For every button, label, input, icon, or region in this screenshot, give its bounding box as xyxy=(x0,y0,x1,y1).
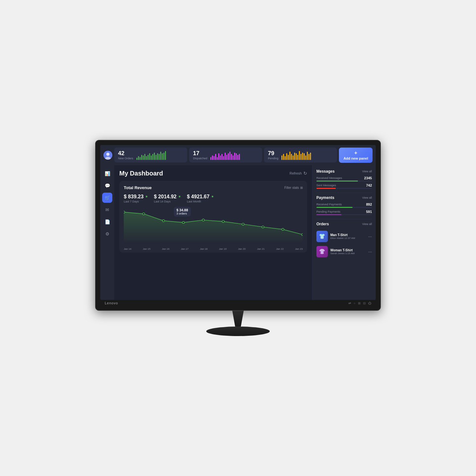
order-name-1: Woman T-Shirt xyxy=(330,248,366,252)
monitor-ctrl-2[interactable]: ○ xyxy=(354,301,355,305)
filter-icon: ⊞ xyxy=(300,186,303,189)
payments-items-item-0: Received Payments 892 xyxy=(316,202,372,208)
monitor-stand-base xyxy=(206,327,270,336)
bar-chart-icon[interactable]: 📊 xyxy=(102,169,112,179)
settings-icon[interactable]: ⚙ xyxy=(102,229,112,239)
payments-title: Payments xyxy=(316,195,334,200)
messages-view-all[interactable]: View all xyxy=(362,170,372,173)
svg-point-7 xyxy=(202,219,204,221)
chart-label-6: Jan 20 xyxy=(238,248,246,250)
messages-items-item-1: Sent Messages 742 xyxy=(316,183,372,189)
monitor-bezel: 42 New Orders 17 Dispatched 79 Pending +… xyxy=(95,140,381,311)
messages-stats: Received Messages 2345 Sent Messages 742 xyxy=(316,176,372,189)
dashboard-title: My Dashboard xyxy=(119,170,163,177)
main-panel: My Dashboard Refresh ↻ Total Revenue xyxy=(114,165,312,300)
add-panel-button[interactable]: + Add new panel xyxy=(339,148,373,163)
order-name-0: Man T-Shirt xyxy=(330,233,366,237)
tooltip-amount: $ 34.88 xyxy=(176,208,188,212)
revenue-title: Total Revenue xyxy=(124,185,152,190)
payments-section-header: Payments View all xyxy=(316,195,372,200)
orders-list: 👕 Man T-Shirt Elton Mallet 12:37 AM ··· … xyxy=(316,229,372,259)
chart-label-1: Jan 15 xyxy=(143,248,150,250)
revenue-stats: $ 839.23 • Last 7 Days $ 2014.92 • Last … xyxy=(124,193,303,203)
chart-label-5: Jan 19 xyxy=(219,248,227,250)
order-thumb-0: 👕 xyxy=(316,231,328,242)
monitor-ctrl-3[interactable]: ⊞ xyxy=(358,301,360,305)
chart-label-8: Jan 22 xyxy=(276,248,284,250)
top-bar: 42 New Orders 17 Dispatched 79 Pending +… xyxy=(100,145,376,165)
file-icon[interactable]: 📄 xyxy=(102,217,112,227)
main-area: 📊💬🛒✉📄⚙ My Dashboard Refresh ↻ xyxy=(100,165,376,300)
chart-label-0: Jan 14 xyxy=(124,248,131,250)
divider-2 xyxy=(316,219,372,219)
chart-label-3: Jan 17 xyxy=(181,248,188,250)
orders-section-header: Orders View all xyxy=(316,222,372,226)
monitor-brand: Lenovo xyxy=(105,301,118,305)
monitor-controls: ⇄ ○ ⊞ ⊟ ⏻ xyxy=(348,301,371,305)
order-item-1: 👚 Woman T-Shirt Sarah Jones 1:15 AM ··· xyxy=(316,244,372,259)
svg-point-3 xyxy=(124,211,125,213)
svg-point-4 xyxy=(142,213,145,215)
dashboard-header: My Dashboard Refresh ↻ xyxy=(119,170,307,177)
refresh-icon: ↻ xyxy=(303,171,307,176)
chart-tooltip: $ 34.88 3 orders xyxy=(174,207,191,216)
sidebar: 📊💬🛒✉📄⚙ xyxy=(100,165,114,300)
stat-card-1: 17 Dispatched xyxy=(189,148,262,162)
content-area: My Dashboard Refresh ↻ Total Revenue xyxy=(114,165,376,300)
monitor-ctrl-4[interactable]: ⊟ xyxy=(363,301,366,305)
payments-items-item-1: Pending Payments 591 xyxy=(316,210,372,215)
avatar xyxy=(103,151,112,160)
order-more-1[interactable]: ··· xyxy=(368,249,372,254)
revenue-card: Total Revenue Filter stats ⊞ $ 839.23 • … xyxy=(119,181,307,253)
orders-view-all[interactable]: View all xyxy=(362,222,372,226)
payments-stats: Received Payments 892 Pending Payments 5… xyxy=(316,202,372,215)
revenue-stat-2: $ 4921.67 • Last Month xyxy=(187,193,214,203)
messages-section-header: Messages View all xyxy=(316,169,372,174)
add-panel-label: Add new panel xyxy=(343,156,368,160)
payments-view-all[interactable]: View all xyxy=(362,196,372,199)
order-item-0: 👕 Man T-Shirt Elton Mallet 12:37 AM ··· xyxy=(316,229,372,244)
order-thumb-1: 👚 xyxy=(316,246,328,257)
monitor-ctrl-5[interactable]: ⏻ xyxy=(368,301,371,305)
monitor-wrapper: 42 New Orders 17 Dispatched 79 Pending +… xyxy=(95,140,381,336)
chart-label-7: Jan 21 xyxy=(257,248,265,250)
order-meta-1: Sarah Jones 1:15 AM xyxy=(330,252,366,255)
stat-card-2: 79 Pending xyxy=(264,148,337,162)
divider-1 xyxy=(316,193,372,193)
refresh-label: Refresh xyxy=(289,171,302,175)
chart-labels: Jan 14Jan 15Jan 16Jan 17Jan 18Jan 19Jan … xyxy=(124,246,303,250)
svg-point-11 xyxy=(282,228,284,231)
order-meta-0: Elton Mallet 12:37 AM xyxy=(330,237,366,240)
chart-area: $ 34.88 3 orders Jan 14Jan 15Jan 16Jan 1… xyxy=(124,207,303,248)
revenue-stat-1: $ 2014.92 • Last 14 Days xyxy=(154,193,181,203)
svg-point-12 xyxy=(301,234,303,236)
chart-label-2: Jan 16 xyxy=(162,248,169,250)
order-more-0[interactable]: ··· xyxy=(368,234,372,239)
plus-icon: + xyxy=(354,150,357,156)
monitor-bottom-bar: Lenovo ⇄ ○ ⊞ ⊟ ⏻ xyxy=(100,300,376,306)
message-icon[interactable]: ✉ xyxy=(102,205,112,215)
chart-label-4: Jan 18 xyxy=(200,248,208,250)
svg-point-5 xyxy=(162,220,165,222)
line-chart xyxy=(124,207,303,245)
shop-icon[interactable]: 🛒 xyxy=(102,193,112,203)
revenue-header: Total Revenue Filter stats ⊞ xyxy=(124,185,303,190)
stat-card-0: 42 New Orders xyxy=(114,148,187,162)
orders-title: Orders xyxy=(316,222,329,226)
svg-point-9 xyxy=(242,223,244,225)
filter-stats-button[interactable]: Filter stats ⊞ xyxy=(284,186,303,189)
messages-items-item-0: Received Messages 2345 xyxy=(316,176,372,182)
svg-point-10 xyxy=(262,226,264,228)
messages-title: Messages xyxy=(316,169,334,174)
monitor-ctrl-1[interactable]: ⇄ xyxy=(348,301,351,305)
svg-point-1 xyxy=(106,153,109,156)
chat-icon[interactable]: 💬 xyxy=(102,181,112,191)
monitor-screen: 42 New Orders 17 Dispatched 79 Pending +… xyxy=(100,145,376,300)
revenue-stat-0: $ 839.23 • Last 7 Days xyxy=(124,193,148,203)
svg-point-6 xyxy=(182,221,184,224)
monitor-stand-neck xyxy=(228,311,248,327)
app-container: 42 New Orders 17 Dispatched 79 Pending +… xyxy=(100,145,376,300)
refresh-button[interactable]: Refresh ↻ xyxy=(289,171,307,176)
right-panel: Messages View all Received Messages 2345… xyxy=(312,165,376,300)
filter-stats-label: Filter stats xyxy=(284,186,299,189)
